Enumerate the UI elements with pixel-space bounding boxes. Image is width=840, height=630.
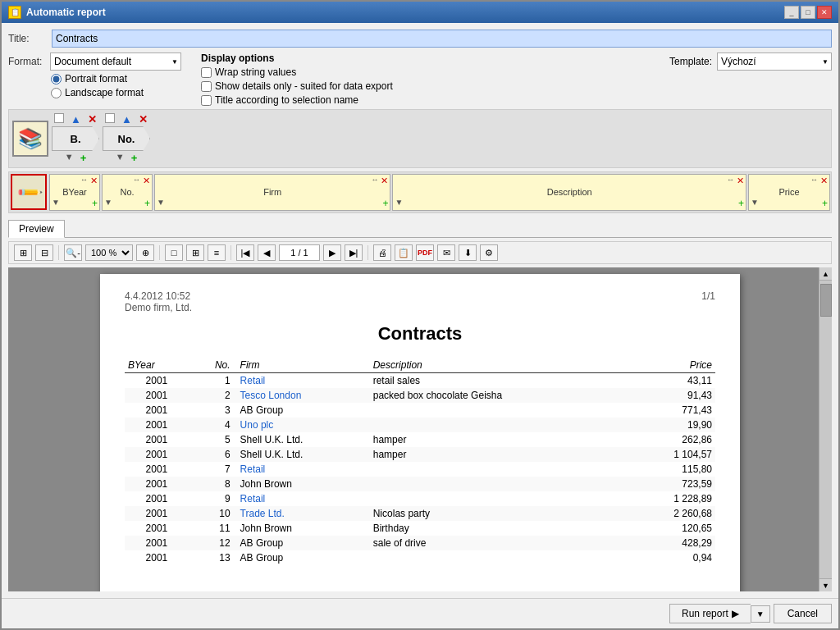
continuous-button[interactable]: ≡ [208,244,226,261]
byear-down-icon[interactable]: ▼ [52,198,60,209]
cell-no: 12 [189,536,237,550]
title-selection-checkbox-label[interactable]: Title according to selection name [201,94,393,106]
no-plus-icon[interactable]: + [144,198,150,209]
sort-no-plus-icon[interactable]: + [131,152,138,164]
single-page-button[interactable]: □ [165,244,183,261]
maximize-button[interactable]: □ [801,6,815,19]
landscape-radio[interactable] [51,88,62,98]
zoom-in-button[interactable]: ⊕ [136,244,154,261]
sort-b-up-icon[interactable]: ▲ [71,113,81,126]
landscape-radio-label[interactable]: Landscape format [51,87,181,98]
firm-resize-icon[interactable]: ↔ [371,176,378,186]
settings-button[interactable]: ⚙ [480,244,498,261]
export-button[interactable]: 📋 [395,244,413,261]
sort-no-down-icon[interactable]: ▼ [116,152,125,164]
byear-plus-icon[interactable]: + [92,198,98,209]
close-button[interactable]: ✕ [817,6,832,19]
minimize-button[interactable]: _ [784,6,799,19]
prev-page-button[interactable]: ◀ [258,244,276,261]
table-row: 2001 1 Retail retail sales 43,11 [125,373,715,389]
price-resize-icon[interactable]: ↔ [810,176,818,186]
wrap-checkbox[interactable] [201,67,212,78]
preview-tab[interactable]: Preview [8,220,65,238]
firm-x-icon[interactable]: ✕ [381,176,388,186]
layout-toggle-button[interactable]: ⊞ [14,244,32,261]
desc-down-icon[interactable]: ▼ [395,198,403,209]
download-button[interactable]: ⬇ [459,244,477,261]
format-select[interactable]: Document default A4 [50,52,181,71]
no-x-icon[interactable]: ✕ [143,176,150,186]
desc-label: Description [393,187,746,197]
firm-link[interactable]: Tesco London [240,390,302,401]
show-details-checkbox[interactable] [201,81,212,92]
multi-page-button[interactable]: ⊞ [186,244,204,261]
column-firm: ↔ ✕ Firm ▼ + [154,174,390,211]
portrait-radio[interactable] [51,74,62,84]
cell-description [370,491,630,506]
show-details-checkbox-label[interactable]: Show details only - suited for data expo… [201,80,393,92]
sort-no-label: No. [118,133,135,145]
firm-link[interactable]: Retail [240,493,266,504]
desc-x-icon[interactable]: ✕ [737,176,744,186]
title-input[interactable] [52,30,832,48]
sort-no-x-icon[interactable]: ✕ [139,113,148,126]
scroll-track[interactable] [819,281,832,578]
first-page-button[interactable]: |◀ [236,244,254,261]
firm-link[interactable]: Trade Ltd. [240,508,285,519]
main-window: 📋 Automatic report _ □ ✕ Title: Format: [0,0,840,630]
firm-plus-icon[interactable]: + [382,198,388,209]
next-page-button[interactable]: ▶ [323,244,341,261]
cell-no: 7 [189,462,237,477]
cell-byear: 2001 [125,388,189,403]
vertical-scrollbar[interactable]: ▲ ▼ [819,267,832,591]
byear-resize-icon[interactable]: ↔ [80,176,88,186]
book-tool-button[interactable]: 📚 [12,121,48,157]
scroll-up-button[interactable]: ▲ [819,267,832,281]
wrap-checkbox-label[interactable]: Wrap string values [201,66,393,78]
scroll-down-button[interactable]: ▼ [819,578,832,591]
firm-link[interactable]: Uno plc [240,419,274,431]
firm-top: ↔ ✕ [155,175,390,187]
cell-firm: Retail [237,462,370,477]
page-input[interactable] [279,244,320,261]
email-button[interactable]: ✉ [437,244,455,261]
pencil-tool-button[interactable]: ✏️ [11,174,47,210]
byear-x-icon[interactable]: ✕ [90,176,98,186]
template-select[interactable]: Výchozí Default [717,52,832,71]
desc-resize-icon[interactable]: ↔ [727,176,734,186]
firm-down-icon[interactable]: ▼ [157,198,165,209]
sort-b-label: B. [71,133,81,145]
preview-toolbar: ⊞ ⊟ 🔍- 100 % 75 % 150 % ⊕ □ ⊞ ≡ |◀ ◀ ▶ ▶… [8,241,832,264]
scroll-thumb[interactable] [820,284,832,317]
portrait-radio-label[interactable]: Portrait format [51,73,181,84]
run-report-dropdown-button[interactable]: ▼ [751,605,770,623]
price-down-icon[interactable]: ▼ [751,198,759,209]
cell-description [370,462,630,477]
no-resize-icon[interactable]: ↔ [133,176,140,186]
cell-no: 8 [189,477,237,491]
sort-b-plus-icon[interactable]: + [80,152,87,164]
sort-b-x-icon[interactable]: ✕ [88,113,97,126]
preview-area[interactable]: 4.4.2012 10:52 Demo firm, Ltd. 1/1 Contr… [8,267,832,591]
zoom-select[interactable]: 100 % 75 % 150 % [85,244,133,261]
price-x-icon[interactable]: ✕ [820,176,828,186]
zoom-out-button[interactable]: 🔍- [64,244,82,261]
table-view-button[interactable]: ⊟ [35,244,53,261]
firm-link[interactable]: Retail [240,375,266,386]
sort-b-checkbox[interactable] [54,113,64,123]
price-plus-icon[interactable]: + [822,198,828,209]
title-selection-checkbox[interactable] [201,95,212,106]
no-down-icon[interactable]: ▼ [104,198,112,209]
firm-link[interactable]: Retail [240,463,266,475]
cancel-button[interactable]: Cancel [774,604,832,623]
print-button[interactable]: 🖨 [373,244,391,261]
last-page-button[interactable]: ▶| [345,244,363,261]
pdf-button[interactable]: PDF [416,244,434,261]
sort-no-checkbox[interactable] [105,113,115,123]
sort-b-down-icon[interactable]: ▼ [65,152,74,164]
run-report-button[interactable]: Run report ▶ [669,604,751,623]
table-row: 2001 7 Retail 115,80 [125,462,715,477]
desc-plus-icon[interactable]: + [738,198,744,209]
toolbar-separator-2 [159,245,160,260]
sort-no-up-icon[interactable]: ▲ [121,113,132,126]
